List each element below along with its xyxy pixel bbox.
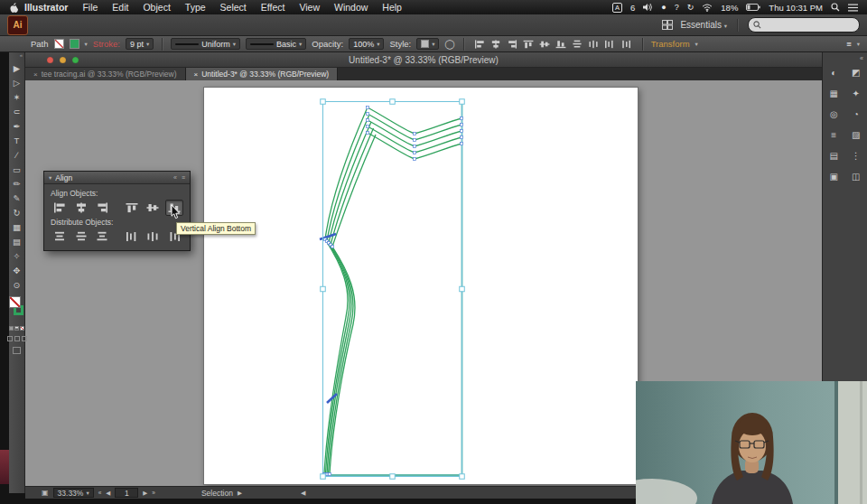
cb-horizontal-align-right-button[interactable] [505,38,520,51]
document-titlebar[interactable]: Untitled-3* @ 33.33% (RGB/Preview) [25,52,822,68]
none-button[interactable] [20,326,24,331]
style-dropdown[interactable]: ▾ [416,38,439,50]
brush-dropdown[interactable]: Basic▾ [246,38,306,50]
artboard-nav-icon[interactable]: ▣ [42,489,49,497]
volume-icon[interactable] [643,3,653,12]
stroke-weight-field[interactable]: 9 pt▾ [126,38,154,50]
last-artboard-button[interactable]: » [152,490,155,496]
dock-collapse-icon[interactable]: « [823,52,867,64]
cb-vertical-align-bottom-button[interactable] [554,38,569,51]
stroke-color-swatch[interactable] [70,39,79,49]
swatches-panel[interactable]: ▦ [826,87,841,100]
stroke-panel[interactable]: ≡ [826,128,841,142]
pathfinder-panel[interactable]: ◫ [849,170,863,183]
menu-item-type[interactable]: Type [178,2,213,13]
double-chevron-icon[interactable]: « [20,52,24,61]
apple-menu-icon[interactable] [9,2,19,14]
type-tool[interactable]: T [9,133,25,147]
cb-vertical-align-top-button[interactable] [521,38,536,51]
tab-tee-tracing[interactable]: × tee tracing.ai @ 33.33% (RGB/Preview) [25,68,186,80]
tab-untitled-3[interactable]: × Untitled-3* @ 33.33% (RGB/Preview) [186,68,339,80]
transform-link[interactable]: Transform [651,39,690,49]
cb-vertical-distribute-center-button[interactable] [570,38,585,51]
lasso-tool[interactable]: ⊂ [9,104,25,118]
status-flyout-icon[interactable]: ▶ [238,490,242,497]
notification-center-icon[interactable] [848,4,858,12]
transparency-panel[interactable]: ▨ [849,128,863,142]
gradient-button[interactable] [14,326,19,331]
input-source-badge[interactable]: A [612,3,622,13]
search-box[interactable] [748,17,860,33]
opacity-field[interactable]: 100%▾ [349,38,384,50]
cb-horizontal-distribute-center-button[interactable] [586,38,601,51]
menu-item-window[interactable]: Window [327,2,375,13]
artwork-canvas[interactable] [204,88,638,484]
fill-stroke-indicator[interactable] [9,296,25,321]
appearance-panel[interactable]: ◩ [849,66,863,79]
panel-menu-icon[interactable]: ≡ [182,174,185,181]
color-button[interactable] [9,326,14,331]
align-panel[interactable]: ▾ Align « ≡ Align Objects: Distribute Ob… [43,171,191,251]
fill-swatch[interactable] [54,39,64,49]
selection-tool[interactable]: ▶ [9,61,25,75]
battery-icon[interactable] [746,4,760,11]
menu-item-select[interactable]: Select [213,2,254,13]
artboard[interactable] [203,87,639,485]
cb-horizontal-distribute-right-button[interactable] [619,38,634,51]
cb-horizontal-distribute-left-button[interactable] [602,38,618,51]
symbols-panel[interactable]: ◎ [826,107,841,121]
rotate-tool[interactable]: ↻ [9,205,25,219]
mesh-tool[interactable]: ▦ [9,219,25,234]
horizontal-distribute-left-button[interactable] [123,229,142,245]
draw-normal-button[interactable] [7,336,13,341]
close-window-button[interactable] [47,57,53,63]
pencil-tool[interactable]: ✎ [9,191,25,205]
color-panel[interactable]: ◐ [826,66,841,79]
horizontal-align-left-button[interactable] [51,200,70,216]
screen-mode-button[interactable] [13,347,21,354]
vertical-distribute-bottom-button[interactable] [93,229,112,245]
collapse-icon[interactable]: ▾ [49,174,51,182]
horizontal-align-right-button[interactable] [93,200,112,216]
recolor-artwork-icon[interactable]: ◯ [444,39,454,49]
panel-menu-icon[interactable]: ≡ [846,39,852,49]
color-guide-panel[interactable]: ◔ [849,107,863,121]
close-icon[interactable]: × [33,70,38,79]
vertical-align-top-button[interactable] [123,200,142,216]
workspace-switcher[interactable]: Essentials ▾ [680,20,727,30]
close-icon[interactable]: × [194,70,199,79]
sync-icon[interactable]: ↻ [687,3,695,12]
prev-artboard-button[interactable]: ◀ [106,490,110,497]
width-profile-dropdown[interactable]: Uniform▾ [171,38,240,50]
menu-item-illustrator[interactable]: Illustrator [19,2,75,13]
vertical-distribute-center-button[interactable] [72,229,91,245]
menu-item-view[interactable]: View [292,2,327,13]
align-panel-header[interactable]: ▾ Align « ≡ [44,172,190,184]
cb-horizontal-align-center-button[interactable] [489,38,504,51]
menubar-clock[interactable]: Thu 10:31 PM [769,3,823,13]
draw-inside-button[interactable] [22,336,27,341]
horizontal-distribute-center-button[interactable] [144,229,163,245]
draw-behind-button[interactable] [14,336,20,341]
fill-none-swatch[interactable] [9,296,21,308]
menu-item-edit[interactable]: Edit [105,2,135,13]
zoom-tool[interactable]: ⊙ [9,277,25,292]
paintbrush-tool[interactable]: ✏ [9,176,25,191]
eyedropper-tool[interactable]: ✧ [9,248,25,263]
artboards-panel[interactable]: ▣ [826,170,841,183]
menu-item-help[interactable]: Help [375,2,409,13]
line-segment-tool[interactable]: ∕ [9,147,25,162]
double-chevron-icon[interactable]: « [173,174,177,181]
help-menu-icon[interactable]: ? [675,3,679,12]
vertical-distribute-top-button[interactable] [51,229,70,245]
align-panel-icon[interactable]: ⋮ [849,149,863,163]
wifi-icon[interactable] [702,4,713,12]
chevron-down-icon[interactable]: ▾ [857,41,860,48]
workspace-layout-icon[interactable] [662,20,673,30]
first-artboard-button[interactable]: « [98,490,102,496]
menu-item-file[interactable]: File [75,2,105,13]
horizontal-align-center-button[interactable] [72,200,91,216]
pen-tool[interactable]: ✒ [9,118,25,133]
menu-item-effect[interactable]: Effect [254,2,293,13]
next-artboard-button[interactable]: ▶ [143,490,147,497]
